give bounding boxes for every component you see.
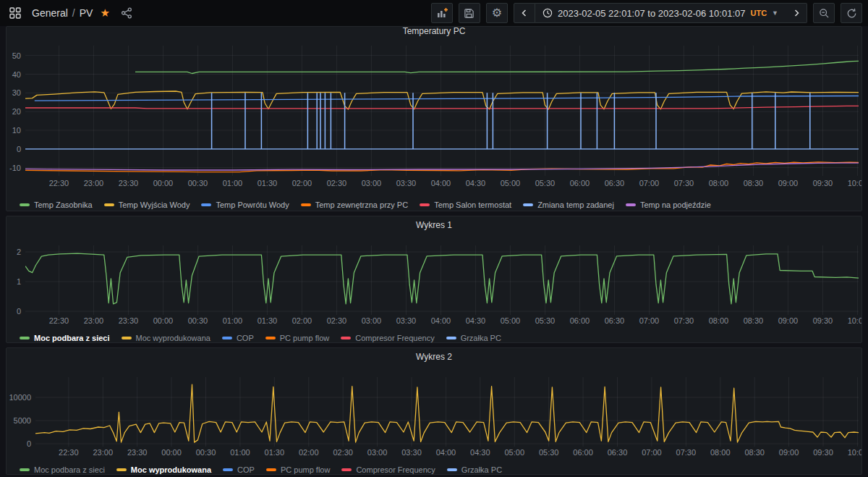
dashboard-settings-icon[interactable]: ⚙ bbox=[486, 3, 508, 23]
x-axis-tick-label: 23:00 bbox=[84, 316, 104, 325]
x-axis-tick-label: 00:00 bbox=[153, 179, 174, 187]
legend-item[interactable]: PC pump flow bbox=[266, 465, 330, 474]
panel-legend: Temp ZasobnikaTemp Wyjścia WodyTemp Powr… bbox=[7, 196, 861, 211]
panel-temperatury-pc: Temperatury PC 22:3023:0023:3000:0000:30… bbox=[6, 26, 862, 211]
legend-item[interactable]: Moc podbara z sieci bbox=[20, 465, 105, 474]
panel-title[interactable]: Wykres 1 bbox=[7, 216, 861, 232]
x-axis-tick-label: 05:30 bbox=[535, 316, 556, 325]
legend-series-swatch bbox=[447, 468, 457, 471]
legend-item[interactable]: Temp Salon termostat bbox=[420, 200, 511, 209]
zoom-out-icon[interactable] bbox=[813, 3, 835, 23]
legend-series-swatch bbox=[341, 337, 351, 339]
legend-item[interactable]: Temp Powrótu Wody bbox=[201, 200, 289, 209]
time-range-picker[interactable]: 2023-02-05 22:01:07 to 2023-02-06 10:01:… bbox=[535, 3, 786, 23]
panel-legend: Moc podbara z sieciMoc wyprodukowanaCOPP… bbox=[7, 329, 861, 343]
share-icon[interactable] bbox=[117, 4, 136, 22]
legend-item[interactable]: Moc podbara z sieci bbox=[20, 334, 110, 342]
legend-item[interactable]: Temp na podjeździe bbox=[626, 200, 711, 209]
legend-series-label: Moc wyprodukowana bbox=[136, 334, 210, 342]
legend-series-swatch bbox=[201, 203, 211, 206]
temperatury-pc-chart[interactable]: 22:3023:0023:3000:0000:3001:0001:3002:00… bbox=[7, 37, 862, 193]
x-axis-tick-label: 23:00 bbox=[84, 179, 104, 187]
x-axis-tick-label: 07:30 bbox=[674, 316, 694, 325]
legend-series-label: Temp Salon termostat bbox=[434, 200, 511, 209]
y-axis-tick-label: 50 bbox=[12, 51, 21, 60]
legend-series-label: Compresor Frequency bbox=[356, 465, 435, 474]
legend-item[interactable]: Temp Wyjścia Wody bbox=[104, 200, 190, 209]
legend-series-label: PC pump flow bbox=[280, 334, 329, 342]
refresh-icon[interactable] bbox=[841, 3, 862, 23]
timezone-label: UTC bbox=[750, 9, 767, 17]
legend-series-swatch bbox=[116, 468, 127, 471]
legend-item[interactable]: Grzałka PC bbox=[447, 465, 502, 474]
legend-item[interactable]: COP bbox=[222, 334, 254, 342]
x-axis-tick-label: 00:00 bbox=[161, 448, 182, 457]
legend-item[interactable]: Grzałka PC bbox=[446, 334, 501, 342]
dashboard-grid: Temperatury PC 22:3023:0023:3000:0000:30… bbox=[0, 26, 868, 475]
x-axis-tick-label: 06:30 bbox=[605, 179, 625, 187]
x-axis-tick-label: 04:00 bbox=[431, 316, 451, 325]
breadcrumb: General / PV bbox=[32, 7, 93, 19]
x-axis-tick-label: 06:30 bbox=[608, 448, 628, 457]
legend-series-swatch bbox=[265, 337, 276, 339]
x-axis-tick-label: 01:30 bbox=[258, 179, 278, 187]
x-axis-tick-label: 02:30 bbox=[333, 448, 353, 457]
panel-title[interactable]: Temperatury PC bbox=[7, 27, 861, 37]
wykres-2-chart[interactable]: 22:3023:0023:3000:0000:3001:0001:3002:00… bbox=[7, 364, 862, 458]
legend-series-label: Compresor Frequency bbox=[355, 334, 434, 342]
legend-series-swatch bbox=[104, 203, 114, 206]
legend-series-swatch bbox=[223, 468, 233, 471]
x-axis-tick-label: 00:30 bbox=[188, 316, 208, 325]
x-axis-tick-label: 07:00 bbox=[642, 448, 662, 457]
x-axis-tick-label: 08:30 bbox=[744, 316, 764, 325]
wykres-1-chart[interactable]: 22:3023:0023:3000:0000:3001:0001:3002:00… bbox=[7, 232, 862, 326]
breadcrumb-section[interactable]: General bbox=[32, 7, 68, 19]
x-axis-tick-label: 08:30 bbox=[744, 179, 764, 187]
time-forward-icon[interactable] bbox=[786, 3, 807, 23]
legend-item[interactable]: PC pump flow bbox=[265, 334, 329, 342]
x-axis-tick-label: 05:30 bbox=[539, 448, 559, 457]
x-axis-tick-label: 09:00 bbox=[778, 316, 799, 325]
y-axis-tick-label: 40 bbox=[12, 70, 21, 79]
legend-item[interactable]: COP bbox=[223, 465, 255, 474]
breadcrumb-page[interactable]: PV bbox=[80, 7, 93, 19]
legend-item[interactable]: Moc wyprodukowana bbox=[116, 465, 211, 474]
gear-icon: ⚙ bbox=[492, 7, 502, 19]
x-axis-tick-label: 01:30 bbox=[258, 316, 278, 325]
legend-series-label: Moc podbara z sieci bbox=[34, 465, 105, 474]
x-axis-tick-label: 03:30 bbox=[396, 179, 417, 187]
x-axis-tick-label: 22:30 bbox=[49, 179, 69, 187]
legend-series-label: Temp Powrótu Wody bbox=[216, 200, 289, 209]
legend-series-swatch bbox=[122, 337, 132, 339]
add-panel-icon[interactable] bbox=[431, 3, 453, 23]
legend-item[interactable]: Temp zewnętrzna przy PC bbox=[301, 200, 408, 209]
x-axis-tick-label: 00:00 bbox=[153, 316, 174, 325]
apps-grid-icon[interactable] bbox=[6, 4, 25, 22]
x-axis-tick-label: 08:00 bbox=[709, 179, 729, 187]
legend-series-label: Grzałka PC bbox=[461, 334, 501, 342]
x-axis-tick-label: 03:00 bbox=[367, 448, 388, 457]
legend-item[interactable]: Zmiana temp zadanej bbox=[523, 200, 614, 209]
x-axis-tick-label: 09:30 bbox=[813, 448, 833, 457]
save-dashboard-icon[interactable] bbox=[459, 3, 480, 23]
x-axis-tick-label: 03:00 bbox=[362, 316, 382, 325]
legend-item[interactable]: Compresor Frequency bbox=[341, 465, 435, 474]
legend-series-label: Grzałka PC bbox=[461, 465, 502, 474]
x-axis-tick-label: 10:00 bbox=[848, 316, 862, 325]
legend-item[interactable]: Compresor Frequency bbox=[341, 334, 434, 342]
x-axis-tick-label: 07:00 bbox=[639, 316, 660, 325]
legend-series-label: Temp Wyjścia Wody bbox=[119, 200, 190, 209]
x-axis-tick-label: 04:30 bbox=[470, 448, 490, 457]
y-axis-tick-label: 0 bbox=[17, 145, 21, 153]
legend-series-label: Temp Zasobnika bbox=[34, 200, 93, 209]
x-axis-tick-label: 04:00 bbox=[431, 179, 451, 187]
legend-series-label: PC pump flow bbox=[281, 465, 330, 474]
time-back-icon[interactable] bbox=[514, 3, 535, 23]
legend-item[interactable]: Moc wyprodukowana bbox=[122, 334, 210, 342]
legend-item[interactable]: Temp Zasobnika bbox=[20, 200, 93, 209]
x-axis-tick-label: 05:00 bbox=[501, 316, 521, 325]
y-axis-tick-label: 2 bbox=[17, 248, 21, 256]
favorite-star-icon[interactable]: ★ bbox=[100, 7, 109, 20]
y-axis-tick-label: 5000 bbox=[14, 416, 31, 425]
panel-title[interactable]: Wykres 2 bbox=[7, 348, 861, 364]
